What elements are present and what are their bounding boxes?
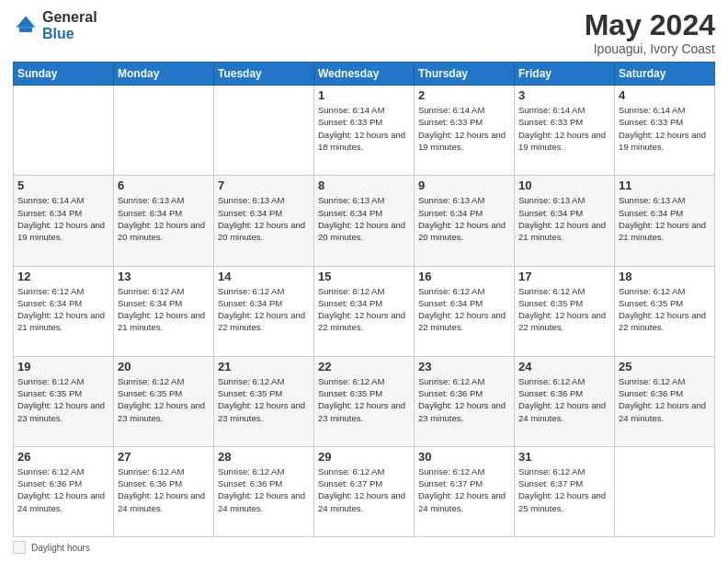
logo-general-text: General [42, 9, 97, 26]
calendar-cell: 27Sunrise: 6:12 AM Sunset: 6:36 PM Dayli… [114, 446, 214, 536]
day-number: 29 [318, 450, 410, 464]
day-info: Sunrise: 6:12 AM Sunset: 6:34 PM Dayligh… [17, 285, 109, 334]
logo: General Blue [13, 9, 97, 41]
main-title: May 2024 [585, 9, 715, 41]
day-info: Sunrise: 6:12 AM Sunset: 6:36 PM Dayligh… [118, 465, 210, 514]
calendar-cell: 8Sunrise: 6:13 AM Sunset: 6:34 PM Daylig… [314, 176, 415, 266]
page: General Blue May 2024 Ipouagui, Ivory Co… [0, 0, 728, 563]
calendar-cell: 31Sunrise: 6:12 AM Sunset: 6:37 PM Dayli… [515, 446, 615, 536]
col-wednesday: Wednesday [314, 63, 415, 86]
day-info: Sunrise: 6:12 AM Sunset: 6:35 PM Dayligh… [17, 375, 109, 424]
daylight-box-icon [13, 541, 26, 554]
day-number: 16 [418, 270, 510, 283]
calendar-cell: 20Sunrise: 6:12 AM Sunset: 6:35 PM Dayli… [114, 356, 214, 446]
day-number: 31 [518, 450, 610, 464]
calendar-week-1: 5Sunrise: 6:14 AM Sunset: 6:34 PM Daylig… [14, 176, 715, 266]
day-number: 19 [17, 360, 109, 373]
day-number: 26 [17, 450, 109, 464]
day-info: Sunrise: 6:12 AM Sunset: 6:36 PM Dayligh… [619, 375, 711, 424]
day-info: Sunrise: 6:13 AM Sunset: 6:34 PM Dayligh… [418, 194, 510, 243]
svg-marker-0 [17, 16, 36, 27]
col-sunday: Sunday [14, 63, 114, 86]
calendar-cell: 26Sunrise: 6:12 AM Sunset: 6:36 PM Dayli… [14, 446, 114, 536]
col-friday: Friday [515, 63, 615, 86]
calendar-cell: 23Sunrise: 6:12 AM Sunset: 6:36 PM Dayli… [415, 356, 515, 446]
calendar-cell: 1Sunrise: 6:14 AM Sunset: 6:33 PM Daylig… [314, 86, 415, 176]
logo-blue-text: Blue [42, 26, 97, 42]
calendar-cell: 30Sunrise: 6:12 AM Sunset: 6:37 PM Dayli… [415, 446, 515, 536]
day-number: 20 [118, 360, 210, 373]
day-info: Sunrise: 6:13 AM Sunset: 6:34 PM Dayligh… [619, 194, 711, 243]
day-info: Sunrise: 6:14 AM Sunset: 6:34 PM Dayligh… [17, 194, 109, 243]
calendar-cell: 29Sunrise: 6:12 AM Sunset: 6:37 PM Dayli… [314, 446, 415, 536]
day-number: 30 [418, 450, 510, 464]
day-number: 11 [619, 178, 711, 192]
svg-rect-1 [19, 27, 32, 31]
day-info: Sunrise: 6:12 AM Sunset: 6:34 PM Dayligh… [418, 285, 510, 334]
calendar-cell: 14Sunrise: 6:12 AM Sunset: 6:34 PM Dayli… [214, 266, 314, 356]
col-saturday: Saturday [615, 63, 715, 86]
day-info: Sunrise: 6:14 AM Sunset: 6:33 PM Dayligh… [318, 104, 410, 153]
calendar-cell: 9Sunrise: 6:13 AM Sunset: 6:34 PM Daylig… [415, 176, 515, 266]
day-number: 17 [518, 270, 610, 283]
day-number: 8 [318, 178, 410, 192]
day-info: Sunrise: 6:14 AM Sunset: 6:33 PM Dayligh… [619, 104, 711, 153]
calendar-header: Sunday Monday Tuesday Wednesday Thursday… [14, 63, 715, 86]
calendar-cell: 5Sunrise: 6:14 AM Sunset: 6:34 PM Daylig… [14, 176, 114, 266]
calendar-cell: 21Sunrise: 6:12 AM Sunset: 6:35 PM Dayli… [214, 356, 314, 446]
calendar-cell: 13Sunrise: 6:12 AM Sunset: 6:34 PM Dayli… [114, 266, 214, 356]
calendar-cell: 18Sunrise: 6:12 AM Sunset: 6:35 PM Dayli… [615, 266, 715, 356]
day-info: Sunrise: 6:12 AM Sunset: 6:36 PM Dayligh… [518, 375, 610, 424]
calendar-cell [214, 86, 314, 176]
day-info: Sunrise: 6:12 AM Sunset: 6:35 PM Dayligh… [218, 375, 310, 424]
calendar-cell [14, 86, 114, 176]
day-number: 10 [518, 178, 610, 192]
header-row: Sunday Monday Tuesday Wednesday Thursday… [14, 63, 715, 86]
logo-icon [13, 13, 39, 39]
day-info: Sunrise: 6:13 AM Sunset: 6:34 PM Dayligh… [118, 194, 210, 243]
day-number: 15 [318, 270, 410, 283]
daylight-label: Daylight hours [31, 543, 90, 553]
calendar-cell: 11Sunrise: 6:13 AM Sunset: 6:34 PM Dayli… [615, 176, 715, 266]
day-info: Sunrise: 6:14 AM Sunset: 6:33 PM Dayligh… [518, 104, 610, 153]
day-info: Sunrise: 6:12 AM Sunset: 6:37 PM Dayligh… [418, 465, 510, 514]
calendar-body: 1Sunrise: 6:14 AM Sunset: 6:33 PM Daylig… [14, 86, 715, 537]
day-info: Sunrise: 6:13 AM Sunset: 6:34 PM Dayligh… [318, 194, 410, 243]
calendar-cell: 15Sunrise: 6:12 AM Sunset: 6:34 PM Dayli… [314, 266, 415, 356]
footer-note: Daylight hours [13, 541, 715, 554]
calendar-cell: 7Sunrise: 6:13 AM Sunset: 6:34 PM Daylig… [214, 176, 314, 266]
calendar-cell: 3Sunrise: 6:14 AM Sunset: 6:33 PM Daylig… [515, 86, 615, 176]
title-block: May 2024 Ipouagui, Ivory Coast [585, 9, 715, 56]
day-info: Sunrise: 6:12 AM Sunset: 6:35 PM Dayligh… [518, 285, 610, 334]
day-number: 27 [118, 450, 210, 464]
day-number: 13 [118, 270, 210, 283]
calendar-cell: 6Sunrise: 6:13 AM Sunset: 6:34 PM Daylig… [114, 176, 214, 266]
calendar-cell: 24Sunrise: 6:12 AM Sunset: 6:36 PM Dayli… [515, 356, 615, 446]
calendar-week-0: 1Sunrise: 6:14 AM Sunset: 6:33 PM Daylig… [14, 86, 715, 176]
day-number: 7 [218, 178, 310, 192]
day-number: 18 [619, 270, 711, 283]
day-info: Sunrise: 6:12 AM Sunset: 6:37 PM Dayligh… [318, 465, 410, 514]
day-number: 21 [218, 360, 310, 373]
day-number: 22 [318, 360, 410, 373]
day-info: Sunrise: 6:12 AM Sunset: 6:36 PM Dayligh… [17, 465, 109, 514]
calendar-cell: 4Sunrise: 6:14 AM Sunset: 6:33 PM Daylig… [615, 86, 715, 176]
day-number: 4 [619, 88, 711, 102]
day-number: 5 [17, 178, 109, 192]
calendar-cell: 19Sunrise: 6:12 AM Sunset: 6:35 PM Dayli… [14, 356, 114, 446]
logo-text: General Blue [42, 9, 97, 41]
day-info: Sunrise: 6:12 AM Sunset: 6:36 PM Dayligh… [418, 375, 510, 424]
header: General Blue May 2024 Ipouagui, Ivory Co… [13, 9, 715, 56]
day-info: Sunrise: 6:12 AM Sunset: 6:36 PM Dayligh… [218, 465, 310, 514]
calendar-cell: 22Sunrise: 6:12 AM Sunset: 6:35 PM Dayli… [314, 356, 415, 446]
day-info: Sunrise: 6:12 AM Sunset: 6:37 PM Dayligh… [518, 465, 610, 514]
day-number: 2 [418, 88, 510, 102]
calendar-week-3: 19Sunrise: 6:12 AM Sunset: 6:35 PM Dayli… [14, 356, 715, 446]
day-info: Sunrise: 6:14 AM Sunset: 6:33 PM Dayligh… [418, 104, 510, 153]
col-monday: Monday [114, 63, 214, 86]
calendar-cell [114, 86, 214, 176]
calendar-cell: 12Sunrise: 6:12 AM Sunset: 6:34 PM Dayli… [14, 266, 114, 356]
calendar-table: Sunday Monday Tuesday Wednesday Thursday… [13, 62, 715, 537]
day-number: 28 [218, 450, 310, 464]
calendar-week-4: 26Sunrise: 6:12 AM Sunset: 6:36 PM Dayli… [14, 446, 715, 536]
